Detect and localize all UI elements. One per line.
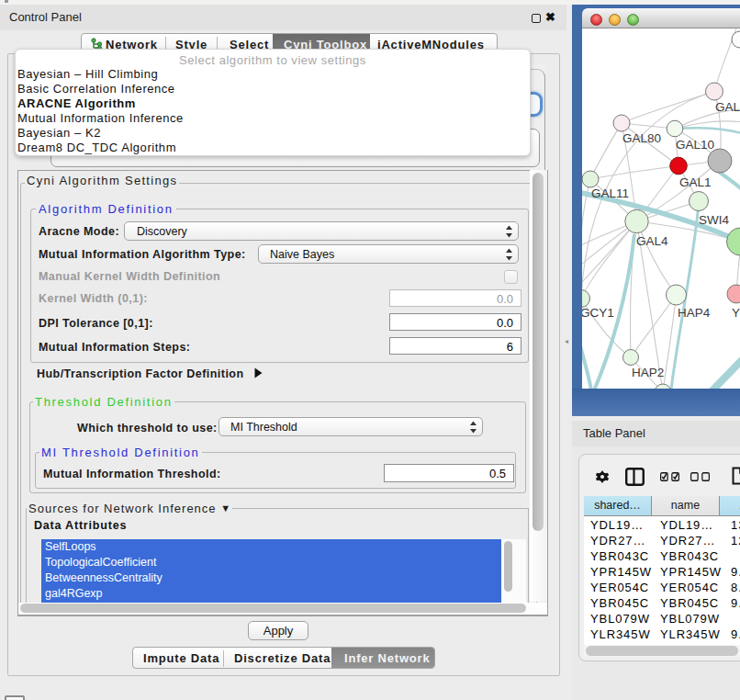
svg-text:HAP2: HAP2 [632, 366, 664, 379]
svg-text:Y: Y [732, 306, 740, 320]
svg-text:GAL10: GAL10 [676, 138, 714, 152]
svg-text:GCY1: GCY1 [582, 306, 614, 320]
svg-text:GAL: GAL [715, 100, 740, 114]
svg-text:GAL1: GAL1 [679, 175, 712, 189]
svg-text:GAL4: GAL4 [636, 234, 668, 248]
svg-text:GAL11: GAL11 [591, 186, 629, 200]
svg-text:GAL80: GAL80 [622, 131, 661, 145]
svg-text:HAP4: HAP4 [678, 306, 711, 320]
svg-text:SWI4: SWI4 [699, 213, 729, 227]
